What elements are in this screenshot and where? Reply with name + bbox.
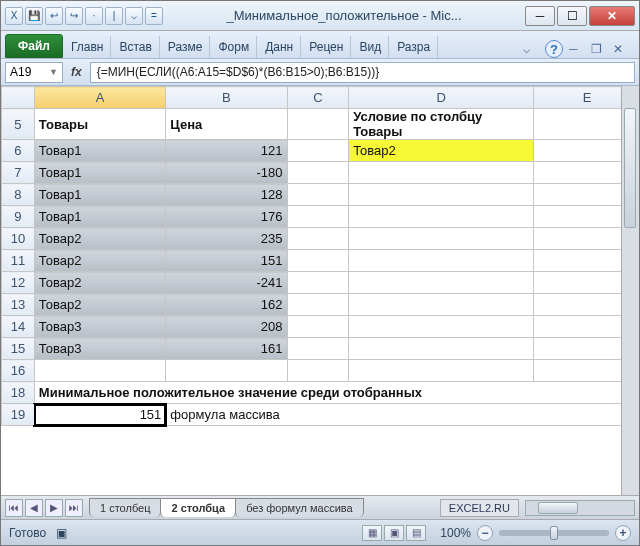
row-header[interactable]: 16 <box>2 360 35 382</box>
col-header-C[interactable]: C <box>287 87 349 109</box>
macro-record-icon[interactable]: ▣ <box>56 526 67 540</box>
sheet-nav-prev-icon[interactable]: ◀ <box>25 499 43 517</box>
cell[interactable]: 121 <box>166 140 287 162</box>
cell[interactable] <box>349 206 534 228</box>
row-header[interactable]: 6 <box>2 140 35 162</box>
sheet-tab-active[interactable]: 2 столбца <box>160 498 236 517</box>
workbook-minimize-icon[interactable]: ─ <box>569 42 585 56</box>
cell[interactable]: формула массива <box>166 404 639 426</box>
cell[interactable]: 208 <box>166 316 287 338</box>
cell[interactable] <box>349 294 534 316</box>
ribbon-tab-data[interactable]: Данн <box>258 36 301 58</box>
cell[interactable]: 176 <box>166 206 287 228</box>
cell[interactable] <box>349 316 534 338</box>
formula-bar[interactable]: {=МИН(ЕСЛИ((A6:A15=$D$6)*(B6:B15>0);B6:B… <box>90 62 635 83</box>
ribbon-tab-layout[interactable]: Разме <box>161 36 211 58</box>
col-header-D[interactable]: D <box>349 87 534 109</box>
cell[interactable]: 151 <box>166 250 287 272</box>
cell[interactable]: 128 <box>166 184 287 206</box>
sheet-tab[interactable]: 1 столбец <box>89 498 161 517</box>
sheet-nav-first-icon[interactable]: ⏮ <box>5 499 23 517</box>
name-box-dropdown-icon[interactable]: ▼ <box>49 67 58 77</box>
row-header[interactable]: 8 <box>2 184 35 206</box>
row-header[interactable]: 14 <box>2 316 35 338</box>
col-header-A[interactable]: A <box>34 87 165 109</box>
maximize-button[interactable]: ☐ <box>557 6 587 26</box>
row-header[interactable]: 15 <box>2 338 35 360</box>
cell[interactable] <box>349 272 534 294</box>
vertical-scrollbar[interactable] <box>621 86 639 495</box>
cell[interactable] <box>349 250 534 272</box>
cell[interactable]: Минимальное положительное значение среди… <box>34 382 639 404</box>
cell[interactable]: Условие по столбцу Товары <box>349 109 534 140</box>
active-cell[interactable]: 151 <box>34 404 165 426</box>
cell[interactable] <box>287 228 349 250</box>
cell[interactable]: Товар2 <box>34 294 165 316</box>
sheet-nav-next-icon[interactable]: ▶ <box>45 499 63 517</box>
worksheet-grid[interactable]: A B C D E 5 Товары Цена Условие по столб… <box>1 86 639 495</box>
cell[interactable] <box>349 162 534 184</box>
save-icon[interactable]: 💾 <box>25 7 43 25</box>
minimize-button[interactable]: ─ <box>525 6 555 26</box>
cell[interactable] <box>287 162 349 184</box>
cell[interactable]: Цена <box>166 109 287 140</box>
sheet-tab[interactable]: без формул массива <box>235 498 364 517</box>
cell[interactable] <box>34 360 165 382</box>
qat-dropdown-icon[interactable]: ⌵ <box>125 7 143 25</box>
cell[interactable] <box>287 338 349 360</box>
ribbon-tab-review[interactable]: Рецен <box>302 36 351 58</box>
cell[interactable] <box>287 206 349 228</box>
ribbon-tab-developer[interactable]: Разра <box>390 36 438 58</box>
cell[interactable]: 162 <box>166 294 287 316</box>
cell[interactable] <box>287 272 349 294</box>
ribbon-tab-home[interactable]: Главн <box>64 36 112 58</box>
cell[interactable]: 161 <box>166 338 287 360</box>
cell[interactable] <box>166 360 287 382</box>
fx-icon[interactable]: fx <box>67 65 86 79</box>
cell[interactable]: 235 <box>166 228 287 250</box>
cell[interactable]: Товар1 <box>34 162 165 184</box>
workbook-close-icon[interactable]: ✕ <box>613 42 629 56</box>
cell[interactable]: Товар2 <box>349 140 534 162</box>
ribbon-tab-formulas[interactable]: Форм <box>211 36 257 58</box>
horizontal-scrollbar[interactable] <box>525 500 635 516</box>
cell[interactable]: Товар2 <box>34 250 165 272</box>
scroll-thumb[interactable] <box>624 108 636 228</box>
ribbon-tab-view[interactable]: Вид <box>352 36 389 58</box>
row-header[interactable]: 5 <box>2 109 35 140</box>
row-header[interactable]: 9 <box>2 206 35 228</box>
ribbon-tab-insert[interactable]: Встав <box>112 36 159 58</box>
cell[interactable] <box>287 360 349 382</box>
cell[interactable] <box>287 140 349 162</box>
cell[interactable]: -241 <box>166 272 287 294</box>
cell[interactable] <box>349 338 534 360</box>
cell[interactable] <box>287 184 349 206</box>
qat-equals-icon[interactable]: = <box>145 7 163 25</box>
row-header[interactable]: 10 <box>2 228 35 250</box>
row-header[interactable]: 19 <box>2 404 35 426</box>
cell[interactable] <box>349 360 534 382</box>
help-icon[interactable]: ? <box>545 40 563 58</box>
col-header-B[interactable]: B <box>166 87 287 109</box>
cell[interactable] <box>349 184 534 206</box>
excel-icon[interactable]: X <box>5 7 23 25</box>
cell[interactable]: Товар1 <box>34 184 165 206</box>
cell[interactable]: Товар1 <box>34 206 165 228</box>
view-page-layout-icon[interactable]: ▣ <box>384 525 404 541</box>
scroll-thumb[interactable] <box>538 502 578 514</box>
workbook-restore-icon[interactable]: ❐ <box>591 42 607 56</box>
cell[interactable] <box>287 109 349 140</box>
zoom-percent[interactable]: 100% <box>440 526 471 540</box>
zoom-out-button[interactable]: − <box>477 525 493 541</box>
cell[interactable]: Товар1 <box>34 140 165 162</box>
name-box[interactable]: A19 ▼ <box>5 62 63 83</box>
cell[interactable]: Товар2 <box>34 228 165 250</box>
cell[interactable] <box>287 250 349 272</box>
cell[interactable]: Товар3 <box>34 316 165 338</box>
row-header[interactable]: 12 <box>2 272 35 294</box>
cell[interactable]: Товары <box>34 109 165 140</box>
cell[interactable]: Товар2 <box>34 272 165 294</box>
cell[interactable]: -180 <box>166 162 287 184</box>
file-tab[interactable]: Файл <box>5 34 63 58</box>
row-header[interactable]: 11 <box>2 250 35 272</box>
